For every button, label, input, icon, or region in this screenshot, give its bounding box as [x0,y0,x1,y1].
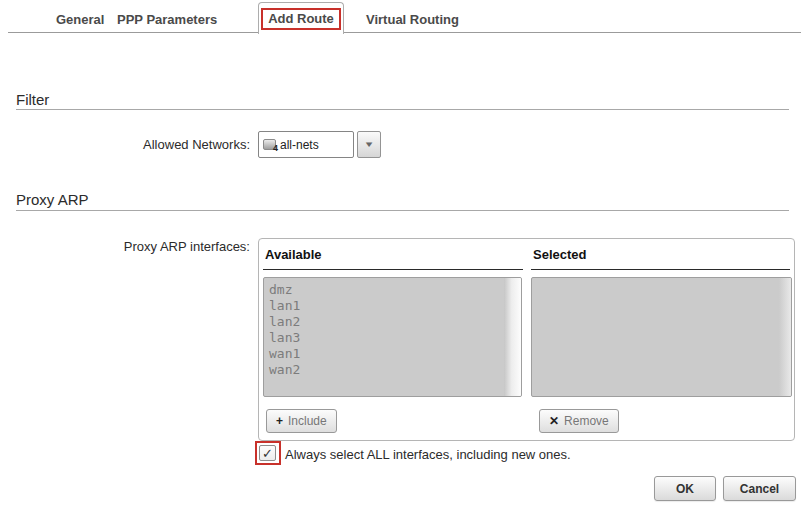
include-button[interactable]: + Include [266,409,337,433]
annotation-box-add-route: Add Route [261,8,341,30]
add-route-dialog: General PPP Parameters Add Route Virtual… [0,0,801,509]
available-listbox[interactable]: dmzlan1lan2lan3wan1wan2 [263,277,522,397]
selected-header: Selected [531,247,790,270]
filter-section-title: Filter [16,91,49,108]
remove-button-label: Remove [564,414,609,428]
allowed-networks-field[interactable]: 4 all-nets [258,131,354,158]
proxy-arp-interfaces-label: Proxy ARP interfaces: [0,239,250,254]
filter-section-rule [16,109,789,110]
allowed-networks-dropdown-button[interactable]: ▼ [357,131,381,158]
chevron-down-icon: ▼ [363,140,374,149]
tab-add-route[interactable]: Add Route [258,2,344,34]
include-button-label: Include [288,414,327,428]
dual-list-headers: Available Selected [263,247,790,270]
tab-ppp-parameters[interactable]: PPP Parameters [117,6,217,32]
list-item[interactable]: dmz [269,282,521,298]
list-item[interactable]: lan2 [269,314,521,330]
list-item[interactable]: lan3 [269,330,521,346]
list-item[interactable]: wan1 [269,346,521,362]
selected-listbox-edge [779,278,791,396]
select-all-label: Always select ALL interfaces, including … [285,447,571,462]
proxy-arp-dual-list: Available Selected dmzlan1lan2lan3wan1wa… [258,238,795,441]
allowed-networks-dropdown: 4 all-nets ▼ [258,131,381,158]
list-item[interactable]: wan2 [269,362,521,378]
allowed-networks-label: Allowed Networks: [0,137,250,152]
remove-button[interactable]: ✕ Remove [539,409,619,433]
selected-listbox[interactable] [531,277,792,397]
plus-icon: + [276,414,283,428]
proxy-arp-section-rule [16,210,789,211]
list-item[interactable]: lan1 [269,298,521,314]
ip4-network-icon: 4 [263,139,276,150]
available-scrollbar[interactable] [504,278,521,396]
tab-bar: General PPP Parameters Add Route Virtual… [0,0,801,33]
tab-general[interactable]: General [56,6,104,32]
select-all-checkbox[interactable]: ✓ [259,445,276,461]
tab-add-route-label: Add Route [268,11,334,26]
selected-list [532,278,791,282]
available-list: dmzlan1lan2lan3wan1wan2 [264,278,521,378]
checkmark-icon: ✓ [262,446,273,461]
cancel-button[interactable]: Cancel [723,476,796,501]
tab-virtual-routing[interactable]: Virtual Routing [366,6,459,32]
ok-button[interactable]: OK [654,476,716,501]
allowed-networks-value: all-nets [280,138,319,152]
cross-icon: ✕ [549,414,559,428]
available-header: Available [263,247,523,270]
tab-bar-divider [8,32,801,33]
proxy-arp-section-title: Proxy ARP [16,191,89,208]
